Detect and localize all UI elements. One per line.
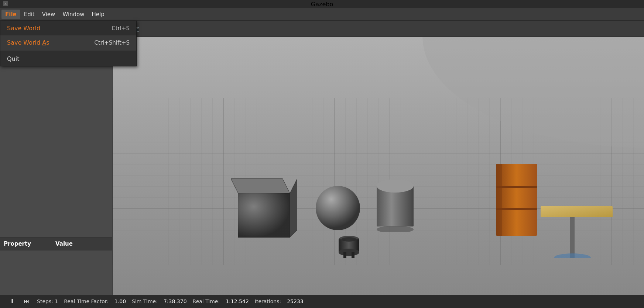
title-bar: × Gazebo	[0, 0, 644, 8]
svg-point-14	[377, 226, 414, 232]
steps-label: Steps: 1	[37, 298, 58, 304]
iterations-value: 25233	[287, 298, 304, 304]
save-world-as-shortcut: Ctrl+Shift+S	[95, 39, 130, 46]
sim-time-label: Sim Time:	[132, 298, 158, 304]
menu-help[interactable]: Help	[88, 10, 108, 19]
pause-button[interactable]: ⏸	[7, 297, 16, 305]
menu-save-world[interactable]: Save World Ctrl+S	[0, 21, 136, 35]
property-table-header: Property Value	[0, 238, 112, 250]
save-world-as-label: Save World As	[7, 39, 49, 46]
menu-window[interactable]: Window	[59, 10, 88, 19]
svg-rect-19	[541, 206, 613, 217]
iterations-label: Iterations:	[255, 298, 281, 304]
window-close-button[interactable]: ×	[3, 1, 8, 6]
save-world-shortcut: Ctrl+S	[112, 25, 130, 32]
main-layout: ▶ Models ▶ Lights Property Value	[0, 37, 644, 295]
svg-point-24	[339, 249, 359, 256]
menu-save-world-as[interactable]: Save World As Ctrl+Shift+S	[0, 35, 136, 50]
svg-rect-27	[352, 252, 354, 258]
menu-edit[interactable]: Edit	[20, 10, 38, 19]
left-panel: ▶ Models ▶ Lights Property Value	[0, 37, 113, 295]
real-time-factor-label: Real Time Factor:	[64, 298, 109, 304]
status-bar: ⏸ ⏭ Steps: 1 Real Time Factor: 1.00 Sim …	[0, 295, 644, 308]
property-col-header: Property	[0, 238, 52, 250]
window-title: Gazebo	[311, 1, 333, 8]
svg-marker-7	[231, 179, 290, 193]
property-panel: Property Value	[0, 237, 112, 295]
world-tree: ▶ Models ▶ Lights	[0, 37, 112, 237]
svg-rect-20	[570, 217, 575, 258]
cylinder-object	[371, 175, 419, 232]
menu-divider	[0, 51, 136, 51]
save-world-label: Save World	[7, 25, 40, 32]
file-dropdown: Save World Ctrl+S Save World As Ctrl+Shi…	[0, 21, 137, 66]
svg-marker-9	[238, 193, 290, 238]
sphere-object	[312, 184, 364, 236]
svg-rect-17	[496, 208, 537, 210]
menu-file[interactable]: File	[1, 10, 20, 19]
svg-rect-26	[343, 252, 346, 258]
step-button[interactable]: ⏭	[22, 297, 31, 305]
real-time-factor-value: 1.00	[114, 298, 126, 304]
real-time-value: 1:12.542	[226, 298, 249, 304]
svg-rect-16	[496, 186, 537, 188]
viewport[interactable]	[113, 37, 644, 295]
menu-bar: File Edit View Window Help	[0, 8, 644, 21]
cube-object	[231, 171, 297, 238]
menu-view[interactable]: View	[38, 10, 59, 19]
real-time-label: Real Time:	[193, 298, 220, 304]
value-col-header: Value	[52, 238, 112, 250]
svg-rect-18	[496, 164, 502, 236]
svg-point-11	[316, 186, 360, 230]
property-content	[0, 250, 112, 295]
scene-canvas	[113, 37, 644, 295]
svg-point-13	[377, 179, 414, 193]
bookshelf-object	[494, 164, 539, 238]
quit-label: Quit	[7, 55, 19, 62]
table-object	[541, 191, 614, 258]
svg-rect-15	[496, 164, 537, 236]
svg-point-25	[342, 237, 356, 242]
menu-quit[interactable]: Quit	[0, 52, 136, 66]
svg-marker-8	[290, 179, 297, 238]
sim-time-value: 7:38.370	[164, 298, 187, 304]
svg-point-21	[554, 253, 591, 258]
robot-object	[334, 230, 364, 260]
